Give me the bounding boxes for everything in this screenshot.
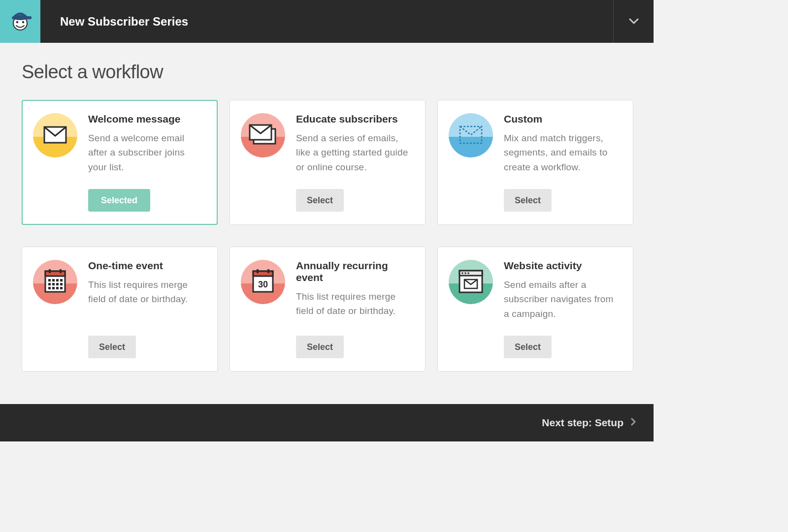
svg-rect-28 [56,279,59,282]
chevron-down-icon [629,17,639,26]
next-step-label: Next step: Setup [542,417,624,429]
card-icon-col [449,113,493,212]
svg-rect-34 [48,287,51,289]
card-description: This list requires merge field of date o… [88,278,205,333]
svg-rect-36 [56,287,59,289]
card-icon-col: 30 [241,260,285,358]
svg-point-52 [464,272,466,274]
card-one-time-event[interactable]: One-time event This list requires merge … [22,247,218,372]
card-content: Website activity Send emails after a sub… [493,260,621,358]
card-custom[interactable]: Custom Mix and match triggers, segments,… [437,100,633,225]
card-content: Annually recurring event This list requi… [285,260,413,358]
card-icon-col [241,113,285,212]
svg-rect-29 [60,279,63,282]
topbar: New Subscriber Series [0,0,654,43]
svg-rect-17 [449,137,493,157]
svg-rect-23 [45,271,65,276]
brand-logo-tile[interactable] [0,0,40,43]
topbar-dropdown-toggle[interactable] [613,0,654,43]
svg-rect-30 [48,283,51,285]
svg-rect-25 [60,269,62,273]
workflow-grid: Welcome message Send a welcome email aft… [22,100,632,372]
card-icon-col [449,260,493,358]
card-title: Website activity [504,260,621,272]
envelope-icon [33,113,77,157]
card-content: One-time event This list requires merge … [77,260,205,358]
svg-rect-27 [52,279,55,282]
card-icon-col [33,260,77,358]
card-title: Annually recurring event [296,260,413,283]
svg-point-2 [16,21,18,23]
page-title: New Subscriber Series [40,0,613,43]
select-button[interactable]: Select [296,189,344,212]
card-annually-recurring-event[interactable]: 30 Annually recurring event This list re… [230,247,426,372]
svg-rect-42 [253,271,273,276]
card-description: Send a series of emails, like a getting … [296,131,413,186]
calendar-grid-icon [33,260,77,304]
card-description: Mix and match triggers, segments, and em… [504,131,621,186]
page-heading: Select a workflow [22,62,632,83]
svg-rect-44 [267,269,269,273]
svg-rect-37 [60,287,63,289]
select-button[interactable]: Select [296,336,344,358]
card-description: Send emails after a subscriber navigates… [504,278,621,333]
calendar-date-icon: 30 [241,260,285,304]
card-title: Educate subscribers [296,113,413,125]
svg-rect-33 [60,283,63,285]
svg-point-53 [467,272,469,274]
svg-rect-35 [52,287,55,289]
browser-envelope-icon [449,260,493,304]
card-content: Welcome message Send a welcome email aft… [77,113,205,212]
card-content: Educate subscribers Send a series of ema… [285,113,413,212]
envelopes-stack-icon [241,113,285,157]
card-title: One-time event [88,260,205,272]
svg-rect-43 [257,269,259,273]
svg-point-3 [22,21,24,23]
card-title: Custom [504,113,621,125]
card-description: Send a welcome email after a subscriber … [88,131,205,186]
blueprint-icon [449,113,493,157]
svg-rect-16 [449,113,493,137]
card-educate-subscribers[interactable]: Educate subscribers Send a series of ema… [230,100,426,225]
svg-rect-5 [26,16,32,19]
card-content: Custom Mix and match triggers, segments,… [493,113,621,212]
monkey-logo-icon [8,8,33,35]
select-button[interactable]: Select [504,189,552,212]
svg-rect-24 [49,269,51,273]
card-welcome-message[interactable]: Welcome message Send a welcome email aft… [22,100,218,225]
chevron-right-icon [630,417,636,429]
select-button[interactable]: Select [504,336,552,358]
selected-button[interactable]: Selected [88,189,150,212]
select-button[interactable]: Select [88,336,136,358]
card-icon-col [33,113,77,212]
page: Select a workflow [0,43,654,390]
card-description: This list requires merge field of date o… [296,289,413,333]
svg-rect-31 [52,283,55,285]
next-step-button[interactable]: Next step: Setup [542,417,636,429]
svg-text:30: 30 [258,280,268,289]
card-title: Welcome message [88,113,205,125]
svg-rect-26 [48,279,51,282]
card-website-activity[interactable]: Website activity Send emails after a sub… [437,247,633,372]
svg-point-51 [461,272,463,274]
bottombar: Next step: Setup [0,404,654,441]
svg-rect-32 [56,283,59,285]
